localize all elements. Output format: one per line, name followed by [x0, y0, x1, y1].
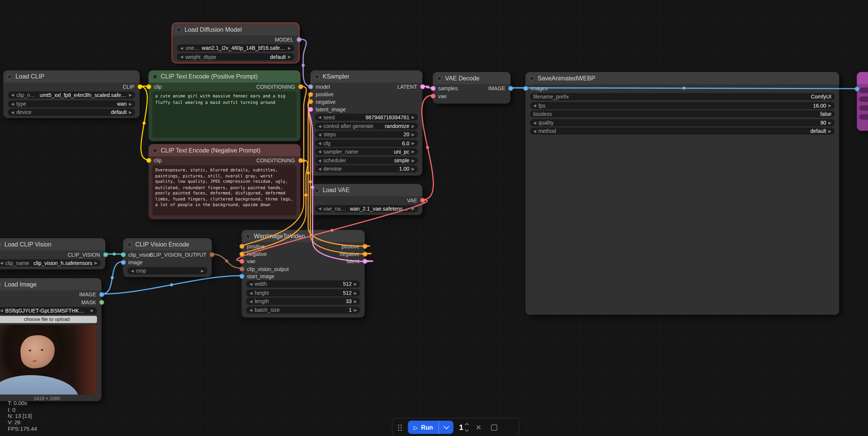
input-dot-start-image[interactable] — [239, 274, 244, 279]
node-clip-vision-encode[interactable]: CLIP Vision Encode clip_vision image CLI… — [123, 238, 212, 277]
node-clip-text-encode-negative[interactable]: CLIP Text Encode (Negative Prompt) clip … — [148, 144, 300, 220]
arrow-right-icon[interactable]: ▶ — [412, 115, 415, 119]
prompt-textarea[interactable]: Overexposure, static, blurred details, s… — [153, 165, 297, 216]
choose-file-button[interactable]: choose file to upload — [0, 316, 97, 323]
output-port-image[interactable]: IMAGE — [488, 85, 513, 92]
output-dot-image[interactable] — [99, 292, 104, 297]
arrow-right-icon[interactable]: ▶ — [412, 158, 415, 162]
arrow-right-icon[interactable]: ▶ — [354, 308, 357, 311]
node-clip-text-encode-positive[interactable]: CLIP Text Encode (Positive Prompt) clip … — [148, 70, 300, 141]
node-ksampler[interactable]: KSampler model positive negative latent_… — [310, 70, 422, 176]
node-title-bar[interactable]: Load Diffusion Model — [173, 23, 299, 35]
input-port-positive[interactable]: positive — [308, 91, 333, 98]
stop-button[interactable] — [489, 422, 499, 432]
arrow-left-icon[interactable]: ◀ — [318, 167, 321, 171]
output-dot-model[interactable] — [296, 37, 301, 42]
arrow-right-icon[interactable]: ▶ — [129, 110, 132, 114]
arrow-left-icon[interactable]: ◀ — [11, 102, 14, 105]
output-port-positive[interactable]: positive — [342, 243, 367, 250]
input-dot-vae[interactable] — [430, 94, 435, 99]
output-port-clip-vision-output[interactable]: CLIP_VISION_OUTPUT — [150, 251, 214, 259]
arrow-right-icon[interactable]: ▶ — [828, 129, 831, 133]
output-dot-negative[interactable] — [362, 251, 367, 256]
arrow-right-icon[interactable]: ▶ — [288, 46, 291, 50]
output-port-conditioning[interactable]: CONDITIONING — [256, 157, 303, 164]
widget-clip-name[interactable]: ◀clip_nameclip_vision_h.safetensors▶ — [0, 259, 101, 267]
output-port-conditioning[interactable]: CONDITIONING — [256, 83, 303, 91]
input-dot-images[interactable] — [854, 86, 859, 91]
arrow-left-icon[interactable]: ◀ — [250, 282, 253, 286]
widget-device[interactable]: ◀devicedefault▶ — [8, 109, 136, 116]
arrow-left-icon[interactable]: ◀ — [318, 149, 321, 153]
collapse-dot-icon[interactable] — [0, 242, 1, 247]
input-dot-image[interactable] — [120, 260, 125, 265]
input-dot-positive[interactable] — [239, 244, 244, 249]
arrow-right-icon[interactable]: ▶ — [94, 261, 97, 265]
arrow-left-icon[interactable]: ◀ — [11, 110, 14, 114]
clear-queue-button[interactable]: ✕ — [473, 422, 483, 432]
chevron-down-icon[interactable] — [465, 428, 469, 431]
arrow-left-icon[interactable]: ◀ — [318, 158, 321, 162]
chevron-up-icon[interactable] — [465, 424, 469, 427]
widget-method[interactable]: ◀methoddefault▶ — [530, 128, 834, 135]
collapse-dot-icon[interactable] — [314, 188, 319, 193]
node-load-vae[interactable]: Load VAE VAE ◀vae_namewan_2.1_vae.safete… — [310, 184, 422, 215]
input-port-clip[interactable]: clip — [146, 83, 162, 91]
arrow-right-icon[interactable]: ▶ — [412, 132, 415, 136]
input-port-negative[interactable]: negative — [308, 98, 335, 106]
output-port-model[interactable]: MODEL — [275, 36, 301, 43]
widget-steps[interactable]: ◀steps20▶ — [315, 131, 418, 138]
node-title-bar[interactable]: CLIP Text Encode (Positive Prompt) — [148, 70, 300, 82]
input-dot-images[interactable] — [523, 86, 528, 91]
widget-denoise[interactable]: ◀denoise1.00▶ — [315, 165, 418, 172]
arrow-left-icon[interactable]: ◀ — [533, 103, 536, 107]
prompt-textarea[interactable]: a cute anime girl with massive fennec ea… — [153, 91, 297, 137]
collapse-dot-icon[interactable] — [176, 27, 181, 32]
output-port-negative[interactable]: negative — [339, 250, 367, 258]
widget-type[interactable]: ◀typewan▶ — [8, 100, 136, 107]
input-dot-latent-image[interactable] — [308, 107, 313, 112]
collapse-dot-icon[interactable] — [245, 234, 250, 239]
node-load-clip-vision[interactable]: Load CLIP Vision CLIP_VISION ◀clip_namec… — [0, 238, 105, 269]
node-load-diffusion-model[interactable]: Load Diffusion Model MODEL ◀unet__wan2.1… — [173, 23, 299, 63]
input-dot-model[interactable] — [308, 85, 313, 89]
arrow-left-icon[interactable]: ◀ — [250, 308, 253, 311]
input-port-image[interactable]: image — [120, 259, 143, 266]
widget-control-after-generate[interactable]: ◀control after generaterandomize▶ — [315, 122, 418, 129]
arrow-right-icon[interactable]: ▶ — [129, 102, 132, 105]
arrow-right-icon[interactable]: ▶ — [201, 269, 204, 273]
output-dot-conditioning[interactable] — [298, 85, 303, 89]
input-dot-vae[interactable] — [239, 259, 244, 264]
input-dot-negative[interactable] — [308, 99, 313, 104]
node-graph-canvas[interactable]: Load Diffusion Model MODEL ◀unet__wan2.1… — [0, 0, 868, 436]
arrow-right-icon[interactable]: ▶ — [828, 103, 831, 107]
input-port-samples[interactable]: samples — [430, 85, 458, 92]
node-title-bar[interactable]: WanImageToVideo — [242, 230, 365, 242]
node-title-bar[interactable]: CLIP Vision Encode — [123, 238, 212, 250]
arrow-right-icon[interactable]: ▶ — [412, 167, 415, 171]
arrow-right-icon[interactable]: ▶ — [91, 309, 94, 313]
input-port-clip-vision[interactable]: clip_vision — [120, 251, 153, 259]
output-dot-clip[interactable] — [137, 85, 142, 89]
input-port-clip[interactable]: clip — [146, 157, 162, 164]
arrow-left-icon[interactable]: ◀ — [318, 207, 321, 211]
drag-handle-icon[interactable] — [398, 424, 402, 431]
input-port-vae[interactable]: vae — [430, 92, 447, 100]
output-port-mask[interactable]: MASK — [81, 299, 104, 306]
collapse-dot-icon[interactable] — [0, 282, 1, 287]
collapse-dot-icon[interactable] — [127, 242, 132, 247]
batch-count-value[interactable]: 1 — [459, 423, 463, 431]
output-port-latent[interactable]: latent — [347, 258, 367, 265]
collapse-dot-icon[interactable] — [153, 148, 157, 153]
arrow-left-icon[interactable]: ◀ — [250, 291, 253, 294]
input-dot-clip-vision-output[interactable] — [239, 267, 244, 271]
collapse-dot-icon[interactable] — [314, 74, 319, 79]
input-port-images[interactable]: images — [523, 85, 548, 92]
arrow-left-icon[interactable]: ◀ — [318, 132, 321, 136]
output-port-latent[interactable]: LATENT — [397, 83, 425, 91]
run-options-button[interactable] — [439, 421, 453, 434]
node-title-bar[interactable]: SaveAnimatedWEBP — [526, 72, 839, 84]
node-title-bar[interactable] — [857, 72, 868, 84]
input-port-clip-vision-output[interactable]: clip_vision_output — [239, 265, 288, 273]
arrow-left-icon[interactable]: ◀ — [11, 93, 14, 97]
